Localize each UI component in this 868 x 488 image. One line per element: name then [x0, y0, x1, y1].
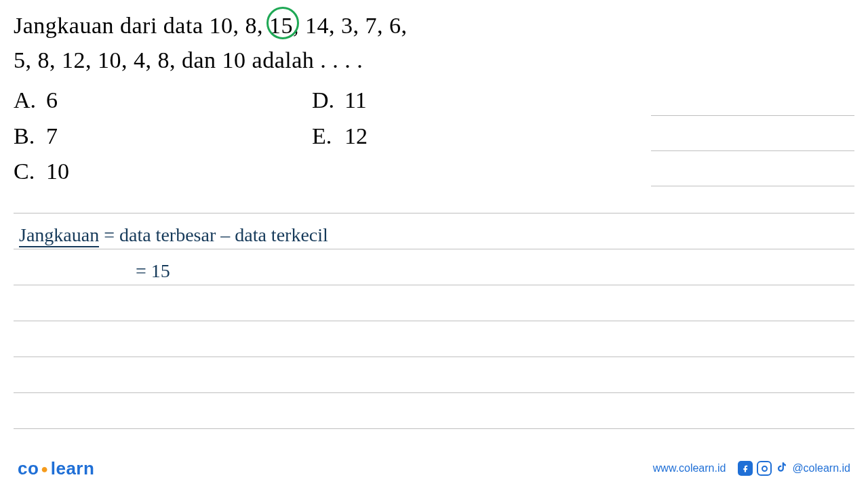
option-c-letter: C. [14, 154, 46, 190]
option-d-letter: D. [312, 83, 344, 119]
option-c: C.10 [14, 154, 312, 190]
option-e: E.12 [312, 119, 368, 155]
question-block: Jangkauan dari data 10, 8, 15, 14, 3, 7,… [0, 0, 868, 190]
tiktok-icon [776, 461, 788, 476]
options-column-left: A.6 B.7 C.10 [14, 83, 312, 190]
work-row-5 [0, 357, 868, 392]
work-row-1: Jangkauan = data terbesar – data terkeci… [0, 214, 868, 249]
option-b: B.7 [14, 119, 312, 155]
short-rule-3 [651, 186, 854, 186]
social-icons: @colearn.id [738, 461, 850, 476]
logo-text-right: learn [51, 458, 95, 479]
question-line-2: 5, 8, 12, 10, 4, 8, dan 10 adalah . . . … [14, 43, 854, 77]
options-column-right: D.11 E.12 [312, 83, 368, 190]
option-c-value: 10 [46, 159, 69, 184]
option-e-letter: E. [312, 119, 344, 155]
footer-right: www.colearn.id @colearn.id [653, 461, 850, 476]
logo-text-left: co [18, 458, 39, 479]
brand-logo: co●learn [18, 458, 94, 479]
work-formula: Jangkauan = data terbesar – data terkeci… [19, 224, 328, 246]
question-text-pre: Jangkauan dari data 10, 8, [14, 13, 269, 38]
work-area: Jangkauan = data terbesar – data terkeci… [0, 213, 868, 429]
facebook-icon [738, 461, 753, 476]
options-container: A.6 B.7 C.10 D.11 E.12 [14, 83, 854, 190]
website-url: www.colearn.id [653, 462, 726, 474]
logo-dot-icon: ● [41, 462, 48, 476]
option-a-value: 6 [46, 87, 58, 113]
option-b-value: 7 [46, 123, 58, 148]
option-a-letter: A. [14, 83, 46, 119]
ruled-line [14, 428, 854, 429]
work-row-6 [0, 393, 868, 428]
option-a: A.6 [14, 83, 312, 119]
social-handle: @colearn.id [792, 462, 850, 474]
work-row-3 [0, 285, 868, 321]
question-text-post: , 14, 3, 7, 6, [293, 13, 408, 38]
footer: co●learn www.colearn.id @colearn.id [0, 449, 868, 488]
option-b-letter: B. [14, 119, 46, 155]
work-row-4 [0, 321, 868, 357]
short-rule-1 [651, 115, 854, 116]
question-line-1: Jangkauan dari data 10, 8, 15, 14, 3, 7,… [14, 8, 854, 43]
work-label: Jangkauan [19, 224, 99, 247]
short-rule-2 [651, 150, 854, 151]
option-e-value: 12 [344, 123, 368, 148]
instagram-icon [757, 461, 772, 476]
circled-number: 15 [269, 8, 293, 43]
option-d-value: 11 [344, 87, 367, 113]
option-d: D.11 [312, 83, 368, 119]
work-step-2: = 15 [136, 260, 170, 282]
work-formula-text: = data terbesar – data terkecil [99, 224, 328, 245]
work-row-2: = 15 [0, 249, 868, 285]
